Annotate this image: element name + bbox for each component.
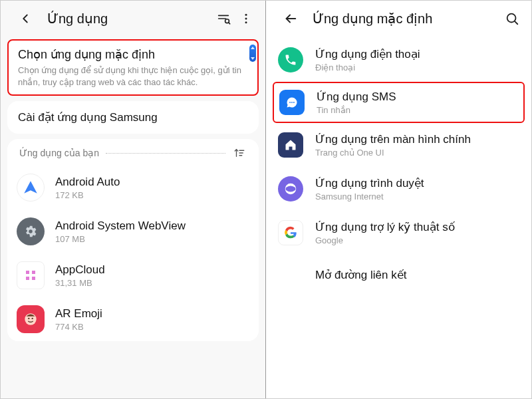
item-name: Ứng dụng trợ lý kỹ thuật số: [315, 220, 455, 234]
item-name: Ứng dụng trên màn hình chính: [315, 132, 471, 146]
svg-rect-14: [32, 277, 35, 280]
samsung-app-settings-label: Cài đặt ứng dụng Samsung: [18, 110, 248, 124]
default-apps-screen: Ứng dụng mặc định Ứng dụng điện thoại Đi…: [266, 1, 531, 399]
android-auto-icon: [17, 174, 45, 201]
app-size: 107 MB: [55, 234, 186, 244]
default-assistant-app[interactable]: Ứng dụng trợ lý kỹ thuật số Google: [266, 211, 531, 255]
left-header: Ứng dụng: [1, 1, 265, 34]
browser-icon: [278, 176, 303, 201]
item-meta: Trang chủ One UI: [315, 148, 471, 158]
open-links-label: Mở đường liên kết: [315, 269, 406, 281]
divider: [106, 153, 225, 154]
your-apps-label: Ứng dụng của bạn: [19, 148, 99, 158]
scroll-indicator-icon: [249, 45, 256, 62]
your-apps-section-header: Ứng dụng của bạn: [7, 139, 259, 166]
app-size: 774 KB: [55, 322, 102, 332]
item-name: Ứng dụng SMS: [317, 90, 396, 104]
list-item[interactable]: Android Auto 172 KB: [7, 166, 259, 209]
search-icon[interactable]: [503, 10, 521, 27]
default-sms-app[interactable]: Ứng dụng SMS Tin nhắn: [273, 82, 525, 123]
item-name: Ứng dụng điện thoại: [315, 47, 420, 61]
page-title: Ứng dụng: [47, 11, 209, 27]
app-name: Android System WebView: [55, 219, 186, 233]
svg-point-17: [32, 318, 33, 319]
default-apps-title: Chọn ứng dụng mặc định: [18, 47, 248, 62]
ar-emoji-icon: [17, 305, 45, 333]
svg-point-6: [245, 21, 247, 23]
item-meta: Google: [315, 235, 455, 245]
open-links-row[interactable]: Mở đường liên kết: [266, 255, 531, 295]
svg-point-21: [289, 102, 291, 103]
svg-point-22: [291, 102, 293, 103]
google-icon: [278, 220, 303, 245]
svg-line-3: [229, 23, 230, 24]
back-icon[interactable]: [282, 10, 299, 27]
choose-default-apps-card[interactable]: Chọn ứng dụng mặc định Chọn ứng dụng để …: [7, 39, 259, 96]
webview-icon: [17, 217, 45, 245]
search-filter-icon[interactable]: [215, 10, 232, 27]
app-name: AppCloud: [55, 263, 105, 277]
sms-icon: [279, 90, 305, 115]
svg-point-23: [293, 102, 295, 103]
app-size: 31,31 MB: [55, 278, 105, 288]
svg-rect-11: [26, 271, 29, 274]
samsung-app-settings-card[interactable]: Cài đặt ứng dụng Samsung: [7, 101, 259, 134]
list-item[interactable]: AppCloud 31,31 MB: [7, 253, 259, 297]
svg-point-4: [245, 14, 247, 16]
default-home-app[interactable]: Ứng dụng trên màn hình chính Trang chủ O…: [266, 123, 531, 167]
svg-rect-12: [32, 271, 35, 274]
home-icon: [278, 132, 303, 158]
default-phone-app[interactable]: Ứng dụng điện thoại Điện thoại: [266, 38, 531, 82]
phone-icon: [278, 47, 303, 72]
appcloud-icon: [17, 261, 45, 289]
app-size: 172 KB: [55, 190, 120, 200]
svg-line-20: [515, 21, 517, 24]
app-name: Android Auto: [55, 176, 120, 189]
default-apps-list: Ứng dụng điện thoại Điện thoại Ứng dụng …: [266, 34, 531, 299]
sort-icon[interactable]: [232, 146, 247, 160]
apps-settings-screen: Ứng dụng Chọn ứng dụng mặc định Chọn ứng…: [1, 1, 266, 399]
default-apps-subtitle: Chọn ứng dụng để sử dụng khi thực hiện c…: [18, 65, 248, 88]
list-item[interactable]: Android System WebView 107 MB: [7, 209, 259, 253]
item-name: Ứng dụng trình duyệt: [315, 176, 424, 190]
more-icon[interactable]: [237, 10, 255, 27]
page-title: Ứng dụng mặc định: [313, 11, 498, 27]
item-meta: Samsung Internet: [315, 192, 424, 201]
back-icon[interactable]: [17, 10, 34, 27]
default-browser-app[interactable]: Ứng dụng trình duyệt Samsung Internet: [266, 167, 531, 211]
app-name: AR Emoji: [55, 307, 102, 321]
svg-point-16: [28, 318, 29, 319]
right-header: Ứng dụng mặc định: [266, 1, 531, 34]
item-meta: Tin nhắn: [317, 105, 396, 115]
app-list: Android Auto 172 KB Android System WebVi…: [7, 166, 259, 341]
list-item[interactable]: AR Emoji 774 KB: [7, 297, 259, 341]
item-meta: Điện thoại: [315, 63, 420, 72]
svg-rect-13: [26, 277, 29, 280]
svg-point-5: [245, 18, 247, 20]
